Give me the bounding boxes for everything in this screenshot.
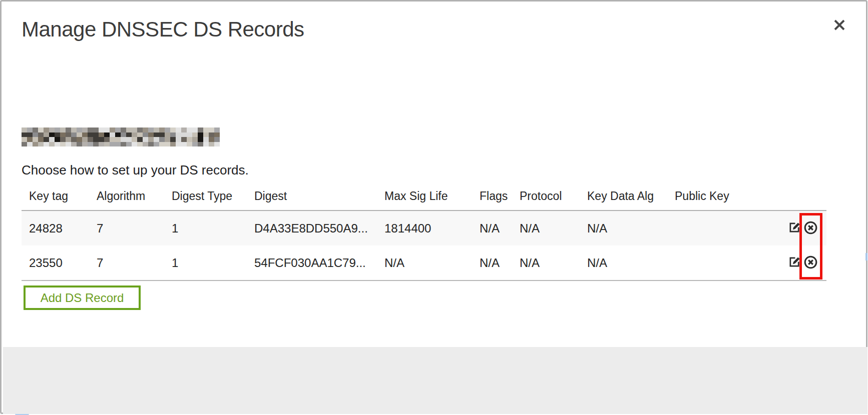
ds-records-tbody: 2482871D4A33E8DD550A9...1814400N/AN/AN/A… — [22, 210, 826, 280]
dialog-footer: Save Cancel — [3, 347, 867, 414]
table-cell: 7 — [89, 210, 164, 246]
table-cell: D4A33E8DD550A9... — [247, 210, 377, 246]
table-row: 2482871D4A33E8DD550A9...1814400N/AN/AN/A — [22, 210, 826, 246]
manage-dnssec-dialog: Manage DNSSEC DS Records Choose how to s… — [0, 0, 867, 414]
redacted-domain-name — [22, 128, 220, 146]
table-cell — [667, 210, 782, 246]
edit-pencil-icon — [788, 256, 801, 270]
col-header-flags: Flags — [472, 186, 512, 210]
page-behind-fragment — [865, 253, 867, 260]
table-cell — [667, 246, 782, 280]
row-actions-cell — [782, 246, 826, 280]
dialog-title: Manage DNSSEC DS Records — [22, 18, 304, 42]
table-cell: N/A — [472, 246, 512, 280]
col-header-actions — [782, 186, 826, 210]
table-row: 235507154FCF030AA1C79...N/AN/AN/AN/A — [22, 246, 826, 280]
table-header-row: Key tag Algorithm Digest Type Digest Max… — [22, 186, 826, 210]
table-cell: N/A — [580, 210, 667, 246]
delete-circle-x-icon — [803, 220, 818, 236]
delete-record-button[interactable] — [803, 255, 818, 271]
table-cell: 54FCF030AA1C79... — [247, 246, 377, 280]
table-cell: 7 — [89, 246, 164, 280]
table-cell: 1 — [164, 246, 247, 280]
edit-record-button[interactable] — [788, 256, 801, 270]
table-cell: 1814400 — [377, 210, 472, 246]
col-header-public-key: Public Key — [667, 186, 782, 210]
close-x-icon — [833, 18, 846, 33]
table-cell: N/A — [580, 246, 667, 280]
col-header-digest: Digest — [247, 186, 377, 210]
row-actions-cell — [782, 210, 826, 246]
table-cell: N/A — [472, 210, 512, 246]
close-button[interactable] — [828, 14, 850, 36]
table-cell: N/A — [512, 210, 580, 246]
col-header-digest-type: Digest Type — [164, 186, 247, 210]
col-header-key-data-alg: Key Data Alg — [580, 186, 667, 210]
col-header-algorithm: Algorithm — [89, 186, 164, 210]
table-cell: 24828 — [22, 210, 89, 246]
col-header-max-sig-life: Max Sig Life — [377, 186, 472, 210]
add-ds-record-button[interactable]: Add DS Record — [24, 286, 141, 310]
col-header-protocol: Protocol — [512, 186, 580, 210]
col-header-key-tag: Key tag — [22, 186, 89, 210]
instruction-text: Choose how to set up your DS records. — [22, 162, 249, 178]
edit-record-button[interactable] — [788, 222, 801, 236]
ds-records-table: Key tag Algorithm Digest Type Digest Max… — [22, 186, 826, 281]
delete-circle-x-icon — [803, 255, 818, 271]
table-cell: 1 — [164, 210, 247, 246]
table-cell: 23550 — [22, 246, 89, 280]
table-cell: N/A — [512, 246, 580, 280]
edit-pencil-icon — [788, 222, 801, 236]
delete-record-button[interactable] — [803, 220, 818, 236]
table-cell: N/A — [377, 246, 472, 280]
